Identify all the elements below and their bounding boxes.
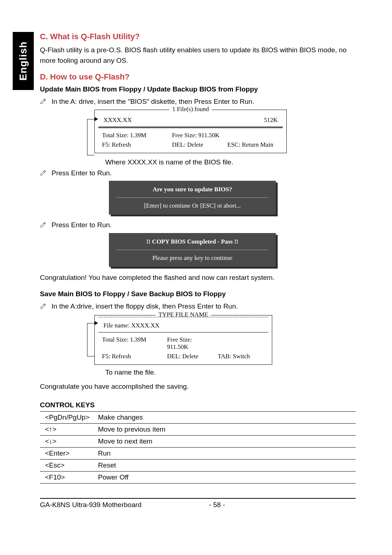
completed-msg: !! COPY BIOS Completed - Pass !! — [113, 238, 272, 245]
del-delete: DEL: Delete — [161, 141, 220, 148]
step-3-text: Press Enter to Run. — [52, 220, 112, 230]
page-footer: GA-K8NS Ultra-939 Motherboard - 58 - — [40, 498, 356, 509]
subtitle-save: Save Main BIOS to Floppy / Save Backup B… — [40, 290, 356, 298]
key-cell: <PgDn/PgUp> — [40, 412, 98, 424]
bios-filename: XXXX.XX — [103, 117, 132, 124]
desc-cell: Reset — [98, 460, 356, 472]
table-row: <F10>Power Off — [40, 472, 356, 483]
footer-page: - 58 - — [209, 501, 225, 509]
pencil-icon — [40, 170, 49, 177]
desc-cell: Power Off — [98, 472, 356, 483]
save-file-box: TYPE FILE NAME File name: XXXX.XX Total … — [94, 315, 272, 365]
continue-msg: Please press any key to continue — [113, 254, 272, 262]
congrat-1: Congratulation! You have completed the f… — [40, 273, 356, 283]
bios-filesize: 512K — [264, 117, 278, 124]
step-1-text: In the A: drive, insert the "BIOS" diske… — [52, 97, 254, 107]
table-row: <Enter>Run — [40, 448, 356, 460]
desc-cell: Move to previous item — [98, 424, 356, 436]
save-del: DEL: Delete — [156, 353, 210, 360]
save-box-title: TYPE FILE NAME — [156, 311, 211, 318]
caption-filename: Where XXXX.XX is name of the BIOS file. — [105, 158, 356, 166]
step-1: In the A: drive, insert the "BIOS" diske… — [40, 97, 356, 107]
esc-return: ESC: Return Main — [220, 141, 279, 148]
desc-cell: Run — [98, 448, 356, 460]
table-row: <↓>Move to next item — [40, 436, 356, 448]
completed-box: !! COPY BIOS Completed - Pass !! Please … — [109, 233, 276, 267]
pencil-icon — [40, 98, 49, 106]
page-content: C. What is Q-Flash Utility? Q-Flash util… — [40, 32, 356, 509]
heading-c: C. What is Q-Flash Utility? — [40, 32, 356, 41]
desc-cell: Move to next item — [98, 436, 356, 448]
save-f5: F5: Refresh — [102, 353, 156, 360]
confirm-box: Are you sure to update BIOS? [Enter] to … — [109, 181, 276, 215]
key-cell: <↓> — [40, 436, 98, 448]
congrat-2: Congratulate you have accomplished the s… — [40, 381, 356, 392]
control-keys-heading: CONTROL KEYS — [40, 401, 356, 409]
footer-model: GA-K8NS Ultra-939 Motherboard — [40, 501, 158, 509]
control-keys-table: <PgDn/PgUp>Make changes <↑>Move to previ… — [40, 411, 356, 483]
total-size: Total Size: 1.39M — [102, 132, 161, 139]
bios-box-title: 1 File(s) found — [169, 106, 212, 113]
pencil-icon — [40, 303, 49, 311]
key-cell: <Esc> — [40, 460, 98, 472]
body-c: Q-Flash utility is a pre-O.S. BIOS flash… — [40, 45, 356, 66]
save-filename: File name: XXXX.XX — [103, 322, 159, 329]
step-3: Press Enter to Run. — [40, 220, 356, 230]
table-row: <Esc>Reset — [40, 460, 356, 472]
save-tab: TAB: Switch — [211, 353, 265, 360]
step-2-text: Press Enter to Run. — [52, 168, 112, 178]
caption-name-file: To name the file. — [105, 368, 356, 376]
key-cell: <Enter> — [40, 448, 98, 460]
step-4: In the A:drive, insert the floppy disk, … — [40, 302, 356, 311]
pencil-icon — [40, 221, 49, 229]
step-4-text: In the A:drive, insert the floppy disk, … — [52, 302, 238, 311]
bios-file-box: 1 File(s) found XXXX.XX 512K Total Size:… — [94, 110, 287, 153]
key-cell: <↑> — [40, 424, 98, 436]
language-tab: English — [13, 32, 34, 90]
step-2: Press Enter to Run. — [40, 168, 356, 178]
desc-cell: Make changes — [98, 412, 356, 424]
confirm-instruction: [Enter] to contiune Or [ESC] ot abort... — [113, 202, 272, 209]
table-row: <↑>Move to previous item — [40, 424, 356, 436]
save-free: Free Size: 911.50K — [156, 336, 210, 351]
heading-d: D. How to use Q-Flash? — [40, 72, 356, 82]
table-row: <PgDn/PgUp>Make changes — [40, 412, 356, 424]
free-size: Free Size: 911.50K — [161, 132, 220, 139]
key-cell: <F10> — [40, 472, 98, 483]
f5-refresh: F5: Refresh — [102, 141, 161, 148]
confirm-question: Are you sure to update BIOS? — [113, 186, 272, 193]
save-total: Total Size: 1.39M — [102, 336, 156, 351]
subtitle-update: Update Main BIOS from Floppy / Update Ba… — [40, 85, 356, 93]
